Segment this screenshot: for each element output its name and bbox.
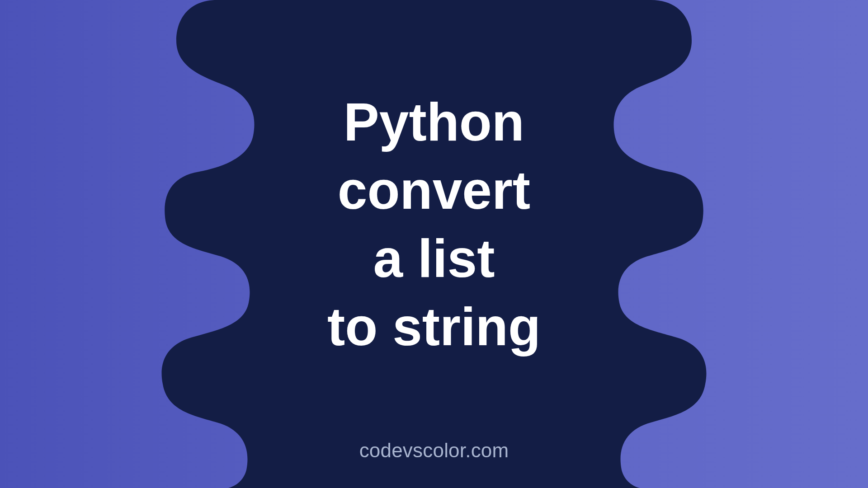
main-title: Python convert a list to string <box>327 88 541 361</box>
site-label: codevscolor.com <box>359 439 509 462</box>
